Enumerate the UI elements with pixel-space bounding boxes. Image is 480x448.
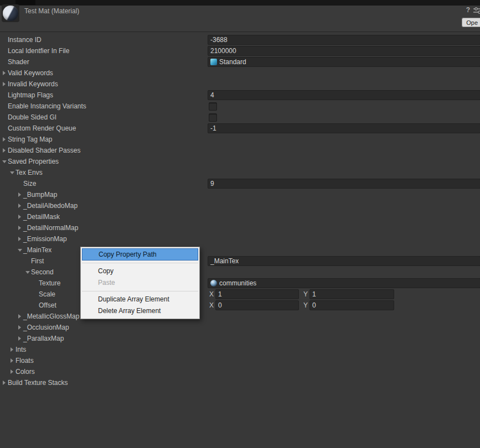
tree-row-label[interactable]: _ParallaxMap: [23, 335, 64, 342]
tree-row: Ints: [0, 344, 480, 355]
texture-object-icon: [210, 280, 217, 286]
row-label-wrap: Offset: [0, 300, 56, 311]
foldout-collapsed-icon[interactable]: [18, 200, 23, 211]
foldout-collapsed-icon[interactable]: [18, 333, 23, 344]
tree-row-label[interactable]: _DetailNormalMap: [23, 224, 78, 232]
foldout-collapsed-icon[interactable]: [18, 211, 23, 222]
tree-row: Lightmap Flags4: [0, 90, 480, 101]
foldout-collapsed-icon[interactable]: [10, 355, 16, 366]
menu-item-duplicate-array-element[interactable]: Duplicate Array Element: [81, 294, 199, 305]
text-field[interactable]: _MainTex: [208, 256, 480, 266]
tab-remnant: [16, 0, 35, 5]
foldout-collapsed-icon[interactable]: [10, 344, 16, 355]
tree-row-label[interactable]: Invalid Keywords: [8, 80, 58, 88]
foldout-collapsed-icon[interactable]: [18, 233, 23, 244]
menu-item-delete-array-element[interactable]: Delete Array Element: [81, 305, 199, 317]
tree-row: Build Texture Stacks: [0, 377, 480, 388]
field-value: 0: [312, 301, 316, 309]
tree-row: First_MainTex: [0, 256, 480, 267]
row-label-wrap: Invalid Keywords: [0, 79, 58, 90]
tree-row-label[interactable]: Colors: [16, 368, 35, 376]
foldout-collapsed-icon[interactable]: [2, 79, 8, 90]
tree-row-label[interactable]: Build Texture Stacks: [8, 379, 68, 387]
checkbox[interactable]: [209, 102, 217, 111]
tree-row: Double Sided GI: [0, 112, 480, 123]
tree-row-label: Lightmap Flags: [8, 91, 53, 99]
field-value: 9: [210, 180, 214, 187]
tree-row-label[interactable]: _DetailAlbedoMap: [23, 202, 78, 210]
menu-item-copy[interactable]: Copy: [81, 265, 199, 277]
tree-row-label: Shader: [8, 58, 29, 66]
foldout-collapsed-icon[interactable]: [18, 189, 23, 200]
tree-row: _OcclusionMap: [0, 322, 480, 333]
menu-item-copy-property-path[interactable]: Copy Property Path: [82, 248, 198, 261]
texture-object-field[interactable]: communities: [208, 278, 480, 288]
foldout-expanded-icon[interactable]: [10, 167, 16, 178]
arrow-spacer: [33, 278, 39, 289]
menu-separator: [82, 291, 198, 291]
foldout-collapsed-icon[interactable]: [2, 134, 8, 145]
foldout-collapsed-icon[interactable]: [18, 311, 23, 322]
row-label-wrap: Scale: [0, 289, 55, 300]
field-value: Standard: [219, 58, 246, 66]
foldout-collapsed-icon[interactable]: [18, 322, 23, 333]
text-field[interactable]: 4: [208, 90, 480, 100]
menu-separator: [82, 263, 198, 263]
foldout-expanded-icon[interactable]: [25, 267, 31, 278]
tree-row-label[interactable]: Saved Properties: [8, 158, 59, 165]
foldout-collapsed-icon[interactable]: [10, 366, 16, 377]
row-label-wrap: Second: [0, 267, 54, 278]
text-field[interactable]: -1: [208, 123, 480, 133]
checkbox[interactable]: [209, 113, 217, 122]
tree-row-label: Scale: [39, 290, 55, 298]
preset-sliders-icon[interactable]: [473, 7, 480, 17]
tree-row: _EmissionMap: [0, 233, 480, 244]
context-menu: Copy Property Path Copy Paste Duplicate …: [80, 247, 200, 319]
tree-row: Colors: [0, 366, 480, 377]
x-field[interactable]: 1: [215, 289, 299, 299]
tree-row-label[interactable]: _EmissionMap: [23, 235, 67, 243]
tree-row-label[interactable]: Ints: [16, 346, 26, 353]
foldout-collapsed-icon[interactable]: [2, 67, 8, 79]
y-field[interactable]: 0: [309, 300, 394, 310]
tree-row-label[interactable]: _OcclusionMap: [23, 324, 69, 331]
row-label-wrap: Shader: [0, 56, 29, 67]
foldout-expanded-icon[interactable]: [18, 244, 23, 256]
tree-row-label[interactable]: _BumpMap: [23, 191, 57, 199]
row-label-wrap: Texture: [0, 278, 60, 289]
tree-row-label[interactable]: _DetailMask: [23, 213, 60, 221]
field-value: 1: [218, 290, 222, 298]
field-value: -3688: [210, 36, 228, 44]
text-field[interactable]: 2100000: [208, 46, 480, 56]
tree-row-label[interactable]: String Tag Map: [8, 136, 53, 143]
tree-row-label[interactable]: _MetallicGlossMap: [23, 312, 79, 320]
foldout-collapsed-icon[interactable]: [2, 145, 8, 156]
text-field[interactable]: -3688: [208, 35, 480, 45]
x-label: X: [209, 301, 214, 309]
help-icon[interactable]: ?: [466, 6, 470, 14]
inspector-header: Test Mat (Material) ? Ope: [0, 6, 480, 32]
row-label-wrap: Tex Envs: [0, 167, 43, 178]
tree-row-label[interactable]: _MainTex: [23, 246, 51, 254]
foldout-collapsed-icon[interactable]: [18, 222, 23, 233]
x-field[interactable]: 0: [215, 300, 299, 310]
tree-row-label[interactable]: Second: [31, 268, 54, 276]
y-field[interactable]: 1: [309, 289, 394, 299]
tree-row: Size9: [0, 178, 480, 189]
tree-row-label[interactable]: Valid Keywords: [8, 69, 53, 77]
property-tree: Instance ID-3688Local Identfier In File2…: [0, 34, 480, 388]
open-button[interactable]: Ope: [462, 18, 480, 27]
text-field[interactable]: 9: [208, 179, 480, 189]
row-label-wrap: _DetailAlbedoMap: [0, 200, 78, 211]
arrow-spacer: [18, 178, 23, 189]
shader-field[interactable]: Standard: [208, 57, 480, 67]
tree-row: _DetailNormalMap: [0, 222, 480, 233]
foldout-expanded-icon[interactable]: [2, 156, 8, 167]
foldout-collapsed-icon[interactable]: [2, 377, 8, 388]
tree-row-label[interactable]: Disabled Shader Passes: [8, 147, 80, 154]
row-label-wrap: Double Sided GI: [0, 112, 56, 123]
tree-row-label[interactable]: Tex Envs: [16, 169, 43, 176]
tree-row-label[interactable]: Floats: [16, 357, 34, 364]
row-label-wrap: Instance ID: [0, 34, 42, 45]
inspector-window: Test Mat (Material) ? Ope Instance ID-36…: [0, 0, 480, 448]
